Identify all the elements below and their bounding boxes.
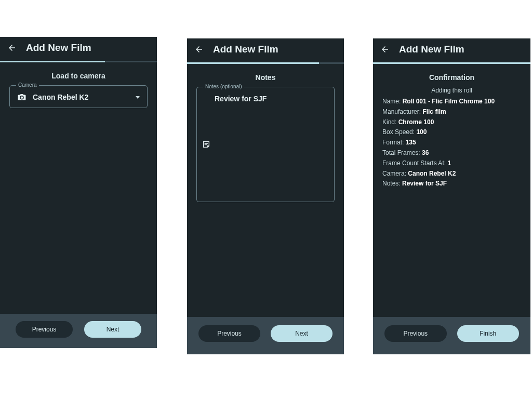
footer: Previous Next bbox=[187, 317, 344, 354]
notes-field-label: Notes (optional) bbox=[203, 84, 244, 89]
note-icon bbox=[202, 140, 210, 149]
page-title: Add New Film bbox=[399, 44, 464, 55]
confirm-kind: Kind: Chrome 100 bbox=[382, 118, 521, 127]
camera-value: Canon Rebel K2 bbox=[33, 93, 129, 101]
confirm-manufacturer: Manufacturer: Flic film bbox=[382, 108, 521, 116]
next-button[interactable]: Next bbox=[271, 325, 332, 342]
previous-button[interactable]: Previous bbox=[16, 321, 73, 338]
confirm-notes: Notes: Review for SJF bbox=[382, 179, 521, 188]
section-title: Load to camera bbox=[0, 72, 157, 80]
confirmation-subtitle: Adding this roll bbox=[382, 87, 521, 94]
progress-bar bbox=[187, 62, 344, 64]
confirm-boxspeed: Box Speed: 100 bbox=[382, 128, 521, 137]
finish-button[interactable]: Finish bbox=[457, 325, 520, 342]
confirm-camera: Camera: Canon Rebel K2 bbox=[382, 169, 521, 178]
screen-notes: Add New Film Notes Notes (optional) Revi… bbox=[187, 38, 344, 354]
page-title: Add New Film bbox=[26, 42, 91, 54]
progress-fill bbox=[187, 62, 319, 64]
previous-button[interactable]: Previous bbox=[384, 325, 447, 342]
progress-bar bbox=[373, 62, 530, 64]
progress-bar bbox=[0, 61, 157, 62]
screen-confirmation: Add New Film Confirmation Adding this ro… bbox=[373, 38, 530, 354]
footer: Previous Next bbox=[0, 314, 157, 348]
section-title: Notes bbox=[187, 73, 344, 82]
header: Add New Film bbox=[187, 38, 344, 62]
back-arrow-icon[interactable] bbox=[7, 43, 17, 52]
header: Add New Film bbox=[373, 38, 530, 62]
footer: Previous Finish bbox=[373, 317, 530, 354]
progress-fill bbox=[373, 62, 530, 64]
camera-field-label: Camera bbox=[16, 82, 39, 88]
confirm-totalframes: Total Frames: 36 bbox=[382, 149, 521, 157]
notes-value: Review for SJF bbox=[215, 95, 326, 103]
notes-textarea[interactable]: Notes (optional) Review for SJF bbox=[196, 87, 335, 202]
header: Add New Film bbox=[0, 37, 157, 61]
camera-icon bbox=[17, 93, 26, 101]
confirmation-body: Adding this roll Name: Roll 001 - Flic F… bbox=[373, 87, 530, 190]
confirm-format: Format: 135 bbox=[382, 138, 521, 147]
section-title: Confirmation bbox=[373, 73, 530, 82]
previous-button[interactable]: Previous bbox=[198, 325, 260, 342]
back-arrow-icon[interactable] bbox=[194, 45, 204, 54]
screen-load-to-camera: Add New Film Load to camera Camera Canon… bbox=[0, 37, 157, 348]
confirm-name: Name: Roll 001 - Flic Film Chrome 100 bbox=[382, 97, 521, 106]
chevron-down-icon bbox=[136, 96, 140, 99]
confirm-framecount: Frame Count Starts At: 1 bbox=[382, 159, 521, 168]
next-button[interactable]: Next bbox=[84, 321, 141, 338]
page-title: Add New Film bbox=[213, 44, 278, 55]
progress-fill bbox=[0, 61, 105, 62]
back-arrow-icon[interactable] bbox=[380, 45, 390, 54]
camera-select[interactable]: Camera Canon Rebel K2 bbox=[9, 85, 148, 108]
